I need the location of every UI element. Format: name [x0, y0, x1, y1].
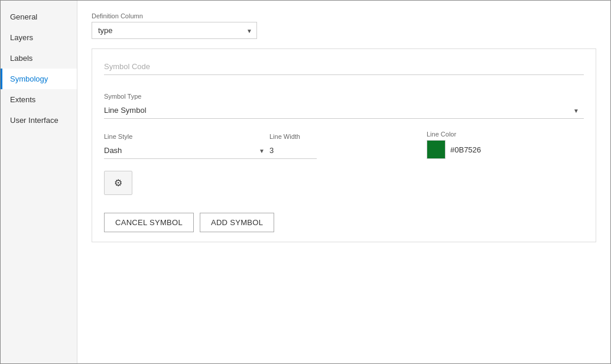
symbol-type-select[interactable]: Line Symbol Point Symbol Fill Symbol: [104, 102, 584, 119]
line-props-row: Line Style Dash Solid Dot DashDot ▼ Line…: [104, 131, 584, 159]
main-content: Definition Column type ▼ Symbol Type Lin…: [77, 1, 610, 363]
line-color-value: #0B7526: [450, 145, 481, 154]
definition-column-select[interactable]: type: [92, 22, 257, 39]
sidebar: General Layers Labels Symbology Extents …: [1, 1, 77, 363]
line-color-swatch[interactable]: [427, 140, 446, 159]
symbol-type-select-wrapper: Line Symbol Point Symbol Fill Symbol ▼: [104, 102, 584, 119]
sidebar-item-symbology[interactable]: Symbology: [1, 69, 77, 89]
line-style-group: Line Style Dash Solid Dot DashDot ▼: [104, 133, 269, 159]
line-width-group: Line Width: [269, 133, 427, 159]
sidebar-item-user-interface[interactable]: User Interface: [1, 110, 77, 131]
line-style-select[interactable]: Dash Solid Dot DashDot: [104, 142, 269, 159]
definition-column-group: Definition Column type ▼: [92, 12, 596, 39]
line-color-display: #0B7526: [427, 140, 584, 159]
sidebar-item-general[interactable]: General: [1, 6, 77, 27]
line-color-group: Line Color #0B7526: [427, 131, 584, 159]
gear-button[interactable]: ⚙: [104, 171, 132, 195]
definition-column-select-wrapper: type ▼: [92, 22, 257, 39]
sidebar-item-labels[interactable]: Labels: [1, 48, 77, 69]
symbol-panel: Symbol Type Line Symbol Point Symbol Fil…: [92, 48, 596, 242]
sidebar-item-layers[interactable]: Layers: [1, 27, 77, 48]
symbol-type-label: Symbol Type: [104, 93, 584, 100]
line-style-label: Line Style: [104, 133, 269, 140]
sidebar-item-extents[interactable]: Extents: [1, 89, 77, 110]
bottom-buttons: CANCEL SYMBOL ADD SYMBOL: [104, 207, 584, 232]
symbol-code-input[interactable]: [104, 58, 584, 75]
definition-column-label: Definition Column: [92, 12, 596, 20]
line-style-select-wrapper: Dash Solid Dot DashDot ▼: [104, 142, 269, 159]
gear-icon: ⚙: [114, 177, 122, 188]
line-width-input[interactable]: [269, 142, 317, 159]
line-width-label: Line Width: [269, 133, 427, 140]
symbol-type-group: Symbol Type Line Symbol Point Symbol Fil…: [104, 93, 584, 119]
cancel-symbol-button[interactable]: CANCEL SYMBOL: [104, 213, 194, 232]
line-color-label: Line Color: [427, 131, 584, 138]
add-symbol-button[interactable]: ADD SYMBOL: [200, 213, 274, 232]
